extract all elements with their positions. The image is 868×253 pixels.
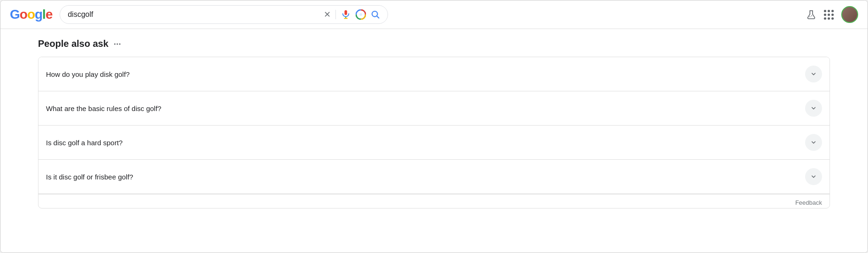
grid-dot	[831, 10, 834, 12]
search-divider	[335, 10, 336, 19]
search-icon[interactable]	[371, 10, 380, 19]
chevron-down-icon-3[interactable]	[805, 134, 822, 151]
logo-letter-e: e	[46, 7, 53, 22]
svg-point-5	[359, 13, 362, 16]
chevron-down-icon-4[interactable]	[805, 168, 822, 185]
header: G o o g l e ✕	[0, 0, 868, 29]
grid-dot	[824, 14, 826, 16]
svg-point-12	[117, 43, 118, 45]
logo-letter-o2: o	[27, 7, 35, 22]
grid-dot	[831, 14, 834, 16]
paa-menu-icon[interactable]	[113, 40, 122, 48]
grid-dot	[828, 10, 830, 12]
avatar-image	[842, 7, 857, 22]
google-logo: G o o g l e	[10, 7, 52, 22]
paa-item-3[interactable]: Is disc golf a hard sport?	[38, 126, 830, 160]
lab-icon[interactable]	[806, 9, 816, 20]
grid-icon[interactable]	[824, 10, 834, 20]
logo-letter-g: G	[10, 7, 20, 22]
grid-dot	[828, 14, 830, 16]
search-bar: ✕	[60, 5, 388, 24]
paa-question-3: Is disc golf a hard sport?	[46, 139, 122, 147]
feedback-link[interactable]: Feedback	[795, 199, 822, 206]
svg-rect-0	[345, 10, 348, 15]
logo-letter-l: l	[42, 7, 46, 22]
chevron-down-icon-1[interactable]	[805, 66, 822, 82]
svg-point-10	[811, 15, 812, 16]
user-avatar[interactable]	[841, 6, 858, 23]
clear-icon[interactable]: ✕	[324, 10, 331, 19]
paa-item-1[interactable]: How do you play disk golf?	[38, 57, 830, 91]
chevron-down-icon-2[interactable]	[805, 100, 822, 117]
mic-icon[interactable]	[341, 9, 351, 20]
paa-question-1: How do you play disk golf?	[46, 70, 129, 78]
feedback-row: Feedback	[38, 194, 830, 208]
paa-question-2: What are the basic rules of disc golf?	[46, 104, 161, 112]
grid-dot	[824, 10, 826, 12]
paa-header: People also ask	[38, 38, 830, 49]
logo-letter-o1: o	[20, 7, 27, 22]
grid-dot	[828, 17, 830, 20]
paa-item-2[interactable]: What are the basic rules of disc golf?	[38, 91, 830, 126]
svg-line-7	[377, 16, 379, 18]
paa-item-4[interactable]: Is it disc golf or frisbee golf?	[38, 160, 830, 194]
browser-window: G o o g l e ✕	[0, 0, 868, 253]
main-content: People also ask How do you play disk gol…	[0, 29, 868, 253]
paa-list: How do you play disk golf? What are the …	[38, 57, 830, 208]
svg-point-9	[809, 16, 810, 17]
svg-point-13	[119, 43, 121, 45]
paa-question-4: Is it disc golf or frisbee golf?	[46, 173, 133, 181]
grid-dot	[831, 17, 834, 20]
search-input[interactable]	[68, 10, 319, 19]
paa-title: People also ask	[38, 38, 108, 49]
lens-icon[interactable]	[356, 9, 366, 20]
grid-dot	[824, 17, 826, 20]
logo-letter-g2: g	[35, 7, 42, 22]
grid-dots	[824, 10, 834, 20]
svg-point-11	[114, 43, 115, 45]
